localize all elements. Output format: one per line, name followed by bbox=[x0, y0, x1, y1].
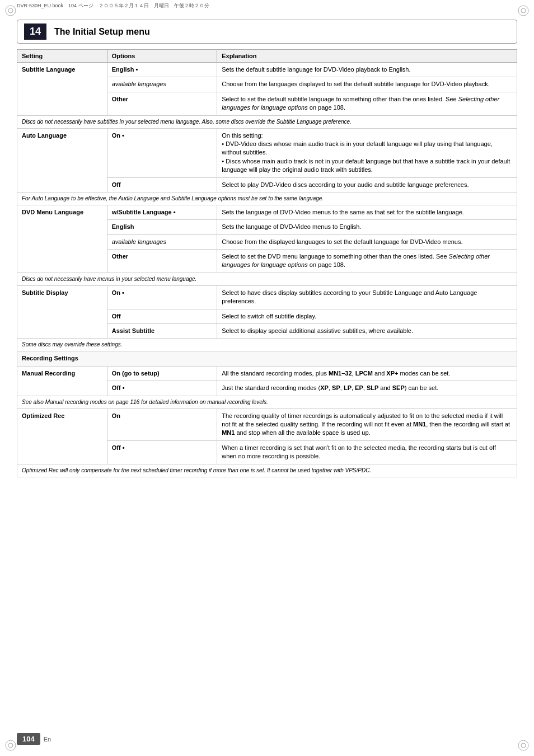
explanation-cell: Select to set the default subtitle langu… bbox=[217, 92, 517, 115]
svg-point-5 bbox=[8, 743, 13, 748]
explanation-cell: When a timer recording is set that won't… bbox=[217, 440, 517, 464]
explanation-cell: Choose from the displayed languages to s… bbox=[217, 234, 517, 249]
svg-point-0 bbox=[6, 6, 16, 16]
svg-point-6 bbox=[518, 740, 528, 750]
explanation-cell: On this setting:• DVD-Video discs whose … bbox=[217, 128, 517, 177]
option-cell: Off bbox=[107, 177, 217, 192]
option-cell: Other bbox=[107, 92, 217, 115]
page-header: 14 The Initial Setup menu bbox=[17, 20, 517, 44]
option-cell: On • bbox=[107, 128, 217, 177]
svg-point-1 bbox=[8, 8, 13, 13]
option-cell: English • bbox=[107, 63, 217, 77]
explanation-cell: Just the standard recording modes (XP, S… bbox=[217, 381, 517, 396]
note-row: See also Manual recording modes on page … bbox=[17, 396, 517, 408]
setting-cell: Subtitle Language bbox=[17, 63, 107, 116]
svg-point-2 bbox=[518, 6, 528, 16]
table-row: Subtitle LanguageEnglish •Sets the defau… bbox=[17, 63, 517, 77]
option-cell: On bbox=[107, 408, 217, 440]
explanation-cell: Select to switch off subtitle display. bbox=[217, 309, 517, 323]
option-cell: Off • bbox=[107, 440, 217, 464]
setting-cell: Auto Language bbox=[17, 128, 107, 192]
explanation-cell: Choose from the languages displayed to s… bbox=[217, 77, 517, 92]
table-row: Auto LanguageOn •On this setting:• DVD-V… bbox=[17, 128, 517, 177]
option-cell: English bbox=[107, 220, 217, 234]
page-lang: En bbox=[44, 736, 51, 743]
page-number: 104 bbox=[17, 733, 40, 745]
setting-cell: DVD Menu Language bbox=[17, 205, 107, 273]
explanation-cell: Select to display special additional ass… bbox=[217, 324, 517, 339]
note-row: Optimized Rec will only compensate for t… bbox=[17, 464, 517, 477]
setting-cell: Optimized Rec bbox=[17, 408, 107, 464]
option-cell: On (go to setup) bbox=[107, 366, 217, 381]
col-header-explanation: Explanation bbox=[217, 50, 517, 63]
note-row: Discs do not necessarily have menus in y… bbox=[17, 273, 517, 285]
explanation-cell: Select to play DVD-Video discs according… bbox=[217, 177, 517, 192]
explanation-cell: Select to have discs display subtitles a… bbox=[217, 285, 517, 309]
file-info: DVR-530H_EU.book 104 ページ ２００５年２月１４日 月曜日 … bbox=[17, 2, 517, 10]
setting-cell: Manual Recording bbox=[17, 366, 107, 396]
corner-decoration-tr bbox=[517, 4, 530, 17]
setting-cell: Subtitle Display bbox=[17, 285, 107, 339]
svg-point-3 bbox=[521, 8, 526, 13]
table-row: Manual RecordingOn (go to setup)All the … bbox=[17, 366, 517, 381]
main-content: Setting Options Explanation Subtitle Lan… bbox=[17, 49, 517, 477]
corner-decoration-tl bbox=[4, 4, 17, 17]
corner-decoration-br bbox=[517, 739, 530, 752]
table-row: Optimized RecOnThe recording quality of … bbox=[17, 408, 517, 440]
option-cell: Off • bbox=[107, 381, 217, 396]
explanation-cell: All the standard recording modes, plus M… bbox=[217, 366, 517, 381]
option-cell: Other bbox=[107, 250, 217, 273]
table-row: Subtitle DisplayOn •Select to have discs… bbox=[17, 285, 517, 309]
svg-point-4 bbox=[6, 740, 16, 750]
corner-decoration-bl bbox=[4, 739, 17, 752]
svg-point-7 bbox=[521, 743, 526, 748]
explanation-cell: Sets the language of DVD-Video menus to … bbox=[217, 205, 517, 219]
explanation-cell: Sets the default subtitle language for D… bbox=[217, 63, 517, 77]
option-cell: On • bbox=[107, 285, 217, 309]
option-cell: Assist Subtitle bbox=[107, 324, 217, 339]
option-cell: Off bbox=[107, 309, 217, 323]
option-cell: w/Subtitle Language • bbox=[107, 205, 217, 219]
table-row: DVD Menu Languagew/Subtitle Language •Se… bbox=[17, 205, 517, 219]
col-header-setting: Setting bbox=[17, 50, 107, 63]
page-title: The Initial Setup menu bbox=[54, 27, 150, 37]
explanation-cell: The recording quality of timer recording… bbox=[217, 408, 517, 440]
note-row: For Auto Language to be effective, the A… bbox=[17, 192, 517, 205]
settings-table: Setting Options Explanation Subtitle Lan… bbox=[17, 49, 517, 477]
chapter-number: 14 bbox=[24, 24, 46, 40]
explanation-cell: Select to set the DVD menu language to s… bbox=[217, 250, 517, 273]
note-row: Discs do not necessarily have subtitles … bbox=[17, 115, 517, 128]
page-footer: 104 En bbox=[17, 733, 517, 745]
explanation-cell: Sets the language of DVD-Video menus to … bbox=[217, 220, 517, 234]
option-cell: available languages bbox=[107, 77, 217, 92]
option-cell: available languages bbox=[107, 234, 217, 249]
section-row: Recording Settings bbox=[17, 351, 517, 366]
note-row: Some discs may override these settings. bbox=[17, 339, 517, 351]
col-header-options: Options bbox=[107, 50, 217, 63]
